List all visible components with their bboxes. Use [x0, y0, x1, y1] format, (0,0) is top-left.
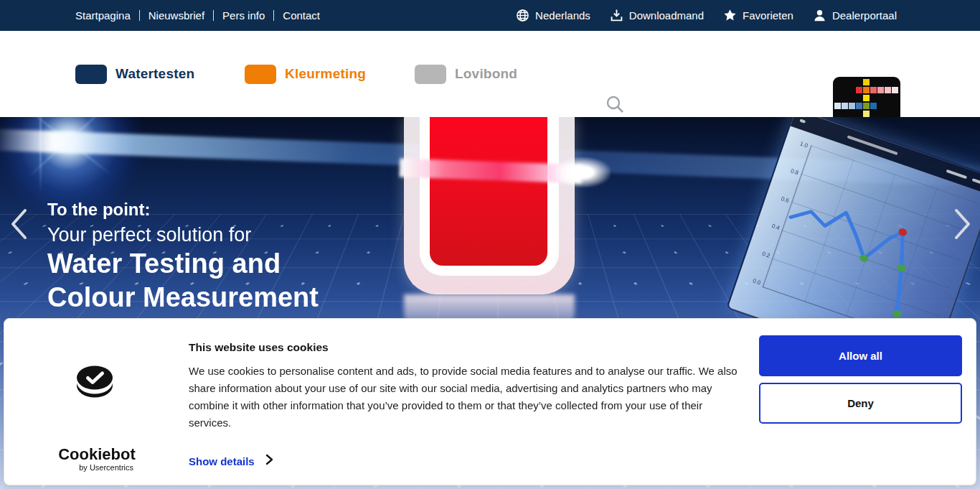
- separator: [139, 10, 140, 21]
- search-icon: [605, 106, 625, 116]
- link-contact[interactable]: Contact: [283, 9, 320, 22]
- show-details-toggle[interactable]: Show details: [189, 454, 273, 468]
- topbar-utilities: Nederlands Downloadmand Favorieten: [516, 9, 897, 22]
- favorites-label: Favorieten: [743, 9, 793, 22]
- topbar-links: Startpagina Nieuwsbrief Pers info Contac…: [75, 9, 320, 22]
- chevron-right-icon: [265, 454, 273, 468]
- beam-exit-glow: [553, 157, 611, 187]
- show-details-label: Show details: [189, 455, 255, 467]
- nav-item-lovibond[interactable]: Lovibond: [415, 31, 517, 117]
- globe-icon: [516, 9, 529, 22]
- tablet-status-glyph: [946, 169, 968, 180]
- language-selector[interactable]: Nederlands: [516, 9, 590, 22]
- kleurmeting-swatch: [245, 65, 276, 84]
- top-utility-bar: Startpagina Nieuwsbrief Pers info Contac…: [0, 0, 980, 31]
- link-startpagina[interactable]: Startpagina: [75, 9, 131, 22]
- deny-button[interactable]: Deny: [759, 383, 962, 424]
- hero-title-line1: Water Testing and: [47, 248, 281, 279]
- star-icon: [723, 9, 737, 22]
- laser-ray: [39, 117, 42, 195]
- favorites[interactable]: Favorieten: [723, 9, 793, 22]
- carousel-next-button[interactable]: [950, 208, 976, 241]
- nav-item-label: Kleurmeting: [285, 66, 366, 82]
- nav-item-kleurmeting[interactable]: Kleurmeting: [245, 31, 366, 117]
- chevron-left-icon: [8, 232, 29, 243]
- search-button[interactable]: [604, 94, 626, 116]
- cuvette-red-liquid: [430, 117, 547, 266]
- watertesten-swatch: [75, 65, 107, 84]
- carousel-prev-button[interactable]: [6, 208, 32, 241]
- dealer-portal-label: Dealerportaal: [832, 9, 897, 22]
- hero-subtitle: Your perfect solution for: [47, 224, 251, 246]
- lovibond-swatch: [415, 65, 446, 84]
- hero-kicker: To the point:: [47, 200, 151, 220]
- separator: [273, 10, 274, 21]
- cookiebot-byline: by Usercentrics: [4, 463, 189, 472]
- cookie-dialog-title: This website uses cookies: [189, 341, 329, 354]
- cookiebot-wordmark: Cookiebot: [4, 445, 189, 464]
- tablet-title-glyph: [847, 135, 898, 155]
- allow-all-button[interactable]: Allow all: [759, 335, 962, 376]
- cookiebot-branding: Cookiebot by Usercentrics: [4, 445, 189, 472]
- download-basket[interactable]: Downloadmand: [610, 9, 704, 22]
- nav-item-label: Watertesten: [116, 66, 194, 82]
- separator: [213, 10, 214, 21]
- cookiebot-icon: [75, 363, 114, 399]
- nav-item-watertesten[interactable]: Watertesten: [75, 31, 194, 117]
- download-icon: [610, 9, 623, 22]
- language-label: Nederlands: [535, 9, 590, 22]
- link-pers-info[interactable]: Pers info: [222, 9, 265, 22]
- main-navbar: Watertesten Kleurmeting Lovibond Lovibon…: [0, 31, 980, 117]
- hero-title-line2: Colour Measurement: [47, 282, 319, 313]
- tablet-back-glyph: [799, 118, 806, 123]
- user-icon: [813, 9, 826, 22]
- cookie-consent-dialog: This website uses cookies We use cookies…: [4, 318, 976, 485]
- dealer-portal[interactable]: Dealerportaal: [813, 9, 897, 22]
- chevron-right-icon: [952, 232, 974, 243]
- cookie-dialog-body: We use cookies to personalise content an…: [189, 363, 743, 432]
- download-basket-label: Downloadmand: [629, 9, 704, 22]
- tablet-clock-glyph: [971, 178, 980, 186]
- link-nieuwsbrief[interactable]: Nieuwsbrief: [149, 9, 204, 22]
- red-cuvette-image: [404, 117, 575, 294]
- nav-item-label: Lovibond: [455, 66, 517, 82]
